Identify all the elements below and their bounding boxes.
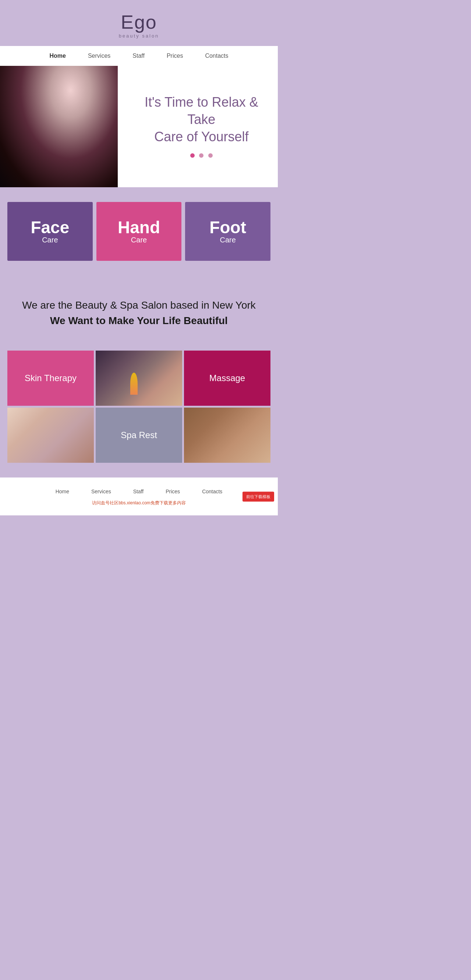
foot-care-title: Foot bbox=[209, 219, 246, 236]
footer-nav-contacts[interactable]: Contacts bbox=[202, 488, 222, 495]
hero-image bbox=[0, 66, 118, 187]
footer-nav-services[interactable]: Services bbox=[91, 488, 111, 495]
massage-block: Massage bbox=[184, 351, 271, 406]
description-section: We are the Beauty & Spa Salon based in N… bbox=[0, 275, 278, 351]
gallery-massage-color[interactable]: Massage bbox=[184, 351, 271, 406]
service-card-foot[interactable]: Foot Care bbox=[185, 202, 271, 261]
hero-heading: It's Time to Relax & Take Care of Yourse… bbox=[132, 94, 271, 145]
gallery-candles-photo bbox=[95, 351, 182, 406]
gallery-grid: Skin Therapy Massage Spa Rest bbox=[7, 351, 271, 463]
services-cards: Face Care Hand Care Foot Care bbox=[7, 202, 271, 261]
services-section: Face Care Hand Care Foot Care bbox=[0, 187, 278, 275]
description-text: We are the Beauty & Spa Salon based in N… bbox=[11, 298, 267, 329]
gallery-skin-therapy-color[interactable]: Skin Therapy bbox=[7, 351, 94, 406]
dot-2[interactable] bbox=[199, 153, 204, 158]
download-badge[interactable]: 前往下载模板 bbox=[242, 492, 274, 501]
nav-prices[interactable]: Prices bbox=[167, 52, 183, 59]
hand-care-title: Hand bbox=[118, 219, 160, 236]
gallery-skin-photo bbox=[7, 407, 94, 463]
hero-text: It's Time to Relax & Take Care of Yourse… bbox=[125, 86, 278, 167]
hero-dots bbox=[132, 153, 271, 159]
footer-nav: Home Services Staff Prices Contacts bbox=[0, 485, 278, 498]
gallery-spa-rest[interactable]: Spa Rest bbox=[95, 407, 182, 463]
skin-image bbox=[7, 407, 94, 463]
main-nav: Home Services Staff Prices Contacts bbox=[0, 46, 278, 66]
dot-active[interactable] bbox=[190, 153, 195, 158]
spa-rest-label: Spa Rest bbox=[121, 430, 157, 440]
footer: Home Services Staff Prices Contacts 前往下载… bbox=[0, 477, 278, 515]
footer-nav-staff[interactable]: Staff bbox=[133, 488, 144, 495]
service-card-hand[interactable]: Hand Care bbox=[96, 202, 182, 261]
face-care-subtitle: Care bbox=[42, 236, 58, 244]
logo-subtitle: beauty salon bbox=[0, 33, 278, 39]
spa-rest-block: Spa Rest bbox=[95, 407, 182, 463]
service-card-face[interactable]: Face Care bbox=[7, 202, 93, 261]
foot-care-subtitle: Care bbox=[220, 236, 236, 244]
massage-label: Massage bbox=[209, 373, 245, 383]
header: Ego beauty salon bbox=[0, 0, 278, 46]
gallery-massage-photo bbox=[184, 407, 271, 463]
nav-staff[interactable]: Staff bbox=[132, 52, 145, 59]
face-care-title: Face bbox=[30, 219, 69, 236]
footer-nav-home[interactable]: Home bbox=[56, 488, 69, 495]
hand-care-subtitle: Care bbox=[131, 236, 147, 244]
skin-therapy-block: Skin Therapy bbox=[7, 351, 94, 406]
nav-home[interactable]: Home bbox=[49, 52, 65, 59]
skin-therapy-label: Skin Therapy bbox=[25, 373, 76, 383]
footer-nav-prices[interactable]: Prices bbox=[165, 488, 180, 495]
dot-3[interactable] bbox=[208, 153, 213, 158]
hero-woman-photo bbox=[0, 66, 118, 187]
massage-image bbox=[184, 407, 271, 463]
nav-contacts[interactable]: Contacts bbox=[205, 52, 228, 59]
nav-services[interactable]: Services bbox=[88, 52, 110, 59]
watermark: 访问血号社区bbs.xienlao.com免费下载更多内容 bbox=[0, 498, 278, 508]
gallery-section: Skin Therapy Massage Spa Rest bbox=[0, 351, 278, 477]
logo-title: Ego bbox=[0, 11, 278, 33]
candles-image bbox=[95, 351, 182, 406]
hero-section: It's Time to Relax & Take Care of Yourse… bbox=[0, 66, 278, 187]
